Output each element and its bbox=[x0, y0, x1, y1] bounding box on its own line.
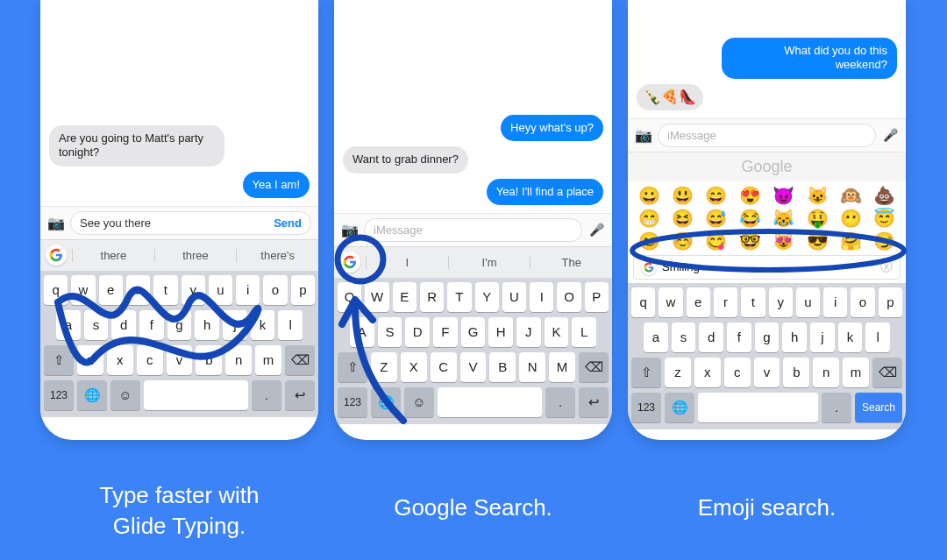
key-t[interactable]: t bbox=[153, 275, 177, 305]
period-key[interactable]: . bbox=[252, 380, 281, 410]
key-n[interactable]: n bbox=[813, 358, 839, 387]
suggestion[interactable]: there's bbox=[236, 249, 318, 262]
key-m[interactable]: m bbox=[843, 358, 869, 387]
google-icon[interactable] bbox=[46, 245, 67, 266]
google-icon[interactable] bbox=[339, 252, 360, 273]
backspace-key[interactable]: ⌫ bbox=[579, 352, 609, 382]
emoji-cell[interactable]: 😂 bbox=[736, 209, 764, 227]
emoji-key[interactable]: ☺ bbox=[404, 387, 434, 417]
emoji-cell[interactable]: 😃 bbox=[668, 187, 696, 204]
emoji-cell[interactable]: 😹 bbox=[770, 209, 798, 227]
key-k[interactable]: K bbox=[545, 317, 569, 347]
key-c[interactable]: c bbox=[724, 358, 751, 387]
key-w[interactable]: w bbox=[659, 287, 682, 317]
key-a[interactable]: a bbox=[56, 310, 81, 340]
key-z[interactable]: Z bbox=[371, 352, 397, 382]
key-i[interactable]: i bbox=[823, 287, 847, 317]
key-y[interactable]: Y bbox=[475, 282, 499, 312]
suggestion[interactable]: I bbox=[366, 256, 448, 269]
emoji-cell[interactable]: 😁 bbox=[635, 209, 663, 227]
camera-icon[interactable]: 📷 bbox=[341, 222, 359, 238]
emoji-cell[interactable]: ☺️ bbox=[668, 232, 696, 250]
emoji-cell[interactable]: 😎 bbox=[803, 232, 831, 250]
key-z[interactable]: z bbox=[665, 358, 691, 387]
return-key[interactable]: ↩ bbox=[285, 380, 315, 410]
key-q[interactable]: q bbox=[44, 275, 68, 305]
space-key[interactable] bbox=[144, 380, 248, 410]
period-key[interactable]: . bbox=[822, 393, 851, 422]
key-b[interactable]: B bbox=[489, 352, 516, 382]
camera-icon[interactable]: 📷 bbox=[47, 215, 65, 231]
key-f[interactable]: f bbox=[727, 323, 751, 352]
key-t[interactable]: t bbox=[741, 287, 765, 317]
suggestion[interactable]: three bbox=[154, 249, 237, 262]
space-key[interactable] bbox=[698, 393, 818, 422]
key-o[interactable]: o bbox=[851, 287, 874, 317]
emoji-cell[interactable]: 🤓 bbox=[736, 232, 764, 250]
key-i[interactable]: I bbox=[530, 282, 553, 312]
key-s[interactable]: S bbox=[378, 317, 402, 347]
emoji-cell[interactable]: 🤗 bbox=[837, 232, 865, 250]
send-button[interactable]: Send bbox=[274, 216, 302, 230]
emoji-cell[interactable]: 😅 bbox=[702, 209, 730, 227]
emoji-cell[interactable]: 😈 bbox=[770, 187, 798, 204]
mic-icon[interactable]: 🎤 bbox=[587, 223, 605, 237]
key-a[interactable]: a bbox=[644, 323, 668, 352]
key-v[interactable]: v bbox=[754, 358, 780, 387]
key-w[interactable]: w bbox=[71, 275, 95, 305]
emoji-cell[interactable]: 😋 bbox=[702, 232, 730, 250]
key-n[interactable]: N bbox=[519, 352, 545, 382]
shift-key[interactable]: ⇧ bbox=[44, 345, 74, 375]
key-v[interactable]: V bbox=[460, 352, 487, 382]
key-s[interactable]: s bbox=[672, 323, 696, 352]
emoji-cell[interactable]: 😇 bbox=[871, 209, 899, 227]
emoji-cell[interactable]: 😀 bbox=[635, 187, 663, 204]
key-u[interactable]: u bbox=[209, 275, 232, 305]
emoji-cell[interactable]: 😍 bbox=[736, 187, 764, 204]
return-key[interactable]: ↩ bbox=[579, 387, 609, 417]
emoji-cell[interactable]: 😺 bbox=[803, 187, 831, 204]
emoji-cell[interactable]: 😶 bbox=[837, 209, 865, 227]
emoji-cell[interactable]: 😏 bbox=[871, 232, 899, 250]
key-l[interactable]: l bbox=[865, 323, 890, 352]
key-p[interactable]: p bbox=[879, 287, 902, 317]
emoji-key[interactable]: ☺ bbox=[110, 380, 140, 410]
key-j[interactable]: j bbox=[810, 323, 835, 352]
suggestion[interactable]: I'm bbox=[448, 256, 530, 269]
key-x[interactable]: x bbox=[694, 358, 721, 387]
emoji-cell[interactable]: 🙉 bbox=[837, 187, 865, 204]
emoji-cell[interactable]: 🤑 bbox=[803, 209, 831, 227]
key-b[interactable]: b bbox=[783, 358, 809, 387]
globe-key[interactable]: 🌐 bbox=[371, 387, 401, 417]
key-m[interactable]: m bbox=[255, 345, 281, 375]
key-c[interactable]: c bbox=[137, 345, 163, 375]
key-k[interactable]: k bbox=[838, 323, 863, 352]
key-p[interactable]: p bbox=[291, 275, 315, 305]
key-u[interactable]: U bbox=[502, 282, 526, 312]
key-w[interactable]: W bbox=[365, 282, 388, 312]
key-g[interactable]: g bbox=[755, 323, 780, 352]
clear-icon[interactable]: ⓧ bbox=[880, 259, 893, 275]
compose-input[interactable]: See you there Send bbox=[70, 211, 311, 235]
key-d[interactable]: d bbox=[699, 323, 723, 352]
key-r[interactable]: r bbox=[714, 287, 737, 317]
numbers-key[interactable]: 123 bbox=[631, 393, 661, 422]
suggestion[interactable]: The bbox=[530, 256, 612, 269]
globe-key[interactable]: 🌐 bbox=[665, 393, 694, 422]
key-h[interactable]: H bbox=[488, 317, 513, 347]
shift-key[interactable]: ⇧ bbox=[338, 352, 367, 382]
key-t[interactable]: T bbox=[447, 282, 471, 312]
key-n[interactable]: n bbox=[225, 345, 252, 375]
key-y[interactable]: y bbox=[182, 275, 205, 305]
key-q[interactable]: q bbox=[631, 287, 655, 317]
key-f[interactable]: f bbox=[139, 310, 164, 340]
camera-icon[interactable]: 📷 bbox=[635, 127, 652, 144]
key-h[interactable]: h bbox=[195, 310, 219, 340]
key-u[interactable]: u bbox=[796, 287, 820, 317]
key-c[interactable]: C bbox=[431, 352, 457, 382]
key-x[interactable]: X bbox=[401, 352, 427, 382]
key-l[interactable]: L bbox=[572, 317, 596, 347]
emoji-cell[interactable]: 😆 bbox=[668, 209, 696, 227]
key-g[interactable]: g bbox=[167, 310, 192, 340]
emoji-cell[interactable]: 😻 bbox=[770, 232, 798, 250]
